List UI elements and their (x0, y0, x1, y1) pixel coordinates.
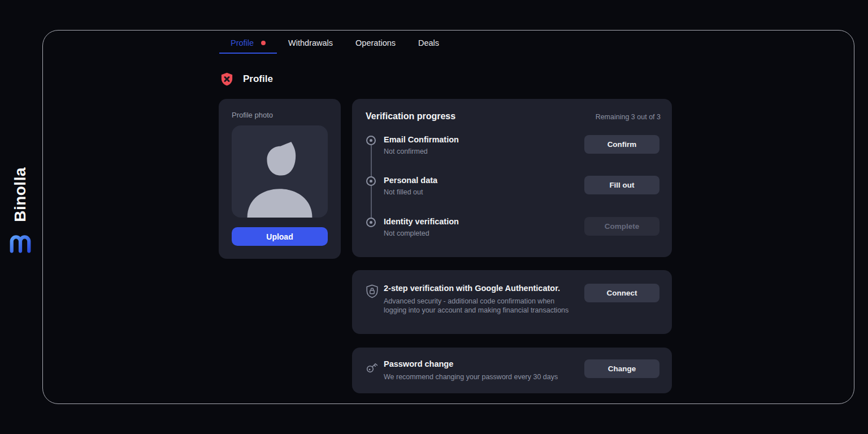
step-marker-icon (366, 218, 376, 227)
profile-photo-label: Profile photo (232, 111, 328, 119)
tab-withdrawals[interactable]: Withdrawals (277, 33, 344, 54)
tab-deals-label: Deals (418, 38, 439, 47)
twofa-description: Advanced security - additional code conf… (384, 297, 577, 315)
fill-out-button[interactable]: Fill out (584, 176, 659, 194)
binolla-logo-icon (8, 231, 32, 254)
tab-profile[interactable]: Profile (219, 33, 277, 54)
step-title: Personal data (384, 176, 584, 185)
tab-bar: Profile Withdrawals Operations Deals (219, 33, 450, 54)
upload-button[interactable]: Upload (232, 227, 328, 246)
shield-alert-icon (221, 72, 233, 86)
alert-dot-icon (261, 41, 266, 45)
tab-profile-label: Profile (231, 38, 254, 47)
step-email-confirmation: Email Confirmation Not confirmed Confirm (366, 135, 659, 158)
verification-remaining: Remaining 3 out of 3 (596, 113, 661, 121)
step-status: Not completed (384, 229, 584, 237)
shield-lock-icon (366, 284, 379, 298)
step-title: Email Confirmation (384, 135, 584, 144)
twofa-card: 2-step verification with Google Authenti… (352, 270, 672, 334)
person-silhouette-icon (238, 137, 322, 218)
step-status: Not filled out (384, 188, 584, 196)
twofa-texts: 2-step verification with Google Authenti… (384, 284, 584, 315)
confirm-button[interactable]: Confirm (584, 135, 659, 154)
step-personal-data: Personal data Not filled out Fill out (366, 176, 659, 198)
tab-operations[interactable]: Operations (344, 33, 407, 54)
password-title: Password change (384, 359, 584, 368)
avatar (232, 125, 328, 218)
step-texts: Personal data Not filled out (384, 176, 584, 196)
step-title: Identity verification (384, 217, 584, 226)
page-title: Profile (243, 73, 273, 85)
connect-button[interactable]: Connect (584, 284, 659, 302)
verification-card: Verification progress Remaining 3 out of… (352, 99, 672, 257)
verification-header: Verification progress Remaining 3 out of… (366, 111, 661, 121)
password-texts: Password change We recommend changing yo… (384, 359, 584, 381)
page-heading: Profile (221, 72, 273, 86)
complete-button[interactable]: Complete (584, 217, 659, 236)
twofa-title: 2-step verification with Google Authenti… (384, 284, 584, 293)
tab-operations-label: Operations (355, 38, 396, 47)
step-texts: Email Confirmation Not confirmed (384, 135, 584, 155)
brand-name: Binolla (11, 167, 29, 222)
step-marker-icon (366, 136, 376, 145)
verification-title: Verification progress (366, 111, 455, 121)
password-row: Password change We recommend changing yo… (366, 348, 659, 393)
profile-photo-card: Profile photo Upload (219, 99, 341, 259)
twofa-row: 2-step verification with Google Authenti… (366, 270, 659, 334)
brand-sidebar: Binolla (6, 167, 35, 254)
change-button[interactable]: Change (584, 359, 659, 378)
tab-deals[interactable]: Deals (407, 33, 450, 54)
step-texts: Identity verification Not completed (384, 217, 584, 237)
step-status: Not confirmed (384, 147, 584, 155)
step-identity-verification: Identity verification Not completed Comp… (366, 217, 659, 240)
step-marker-icon (366, 176, 376, 186)
key-icon (366, 360, 379, 374)
password-card: Password change We recommend changing yo… (352, 348, 672, 393)
password-description: We recommend changing your password ever… (384, 372, 584, 381)
tab-withdrawals-label: Withdrawals (288, 38, 333, 47)
